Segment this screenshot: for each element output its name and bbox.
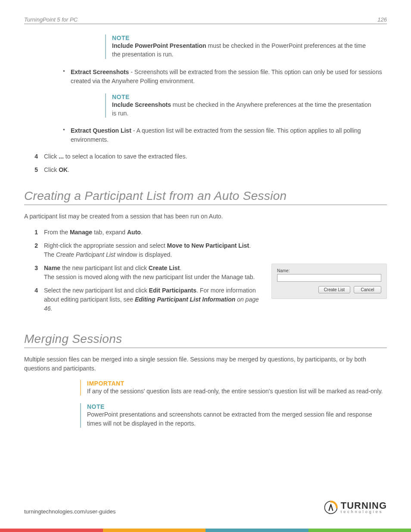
page-header: TurningPoint 5 for PC 126	[24, 16, 387, 24]
note-label: NOTE	[112, 34, 372, 41]
dialog-name-input[interactable]	[277, 274, 381, 282]
note-include-ppt: NOTE Include PowerPoint Presentation mus…	[105, 34, 372, 59]
dialog-name-label: Name:	[277, 268, 381, 273]
step-b1: 1 From the Manage tab, expand Auto.	[32, 228, 387, 237]
logo-main-text: TURNING	[341, 501, 387, 510]
turning-logo: TURNING technologies	[324, 500, 387, 515]
important-readonly: IMPORTANT If any of the sessions' questi…	[80, 380, 386, 395]
logo-sub-text: technologies	[341, 510, 387, 513]
heading-merging-sessions: Merging Sessions	[24, 332, 387, 348]
note-text: Include PowerPoint Presentation must be …	[112, 41, 372, 59]
note-include-screenshots: NOTE Include Screenshots must be checked…	[105, 93, 372, 118]
create-participant-list-dialog: Name: Create List Cancel	[271, 264, 387, 299]
bullet-extract-question-list: Extract Question List - A question list …	[63, 126, 387, 144]
turning-swirl-icon	[324, 500, 338, 515]
doc-title: TurningPoint 5 for PC	[24, 16, 78, 23]
step-b4: 4 Select the new participant list and cl…	[32, 286, 261, 313]
important-text: If any of the sessions' question lists a…	[87, 387, 386, 395]
note-label: NOTE	[112, 93, 372, 100]
heading-creating-participant-list: Creating a Participant List from an Auto…	[24, 189, 387, 205]
page-number: 126	[377, 16, 387, 23]
step-5-click-ok: 5 Click OK.	[32, 165, 387, 174]
page-footer: turningtechnologies.com/user-guides TURN…	[24, 500, 387, 515]
section1-intro: A participant list may be created from a…	[24, 212, 387, 221]
note-merge-limits: NOTE PowerPoint presentations and screen…	[80, 403, 386, 428]
footer-stripe	[0, 529, 411, 532]
note-text: Include Screenshots must be checked in t…	[112, 100, 372, 118]
cancel-button[interactable]: Cancel	[354, 286, 381, 293]
footer-url: turningtechnologies.com/user-guides	[24, 508, 115, 515]
create-list-button[interactable]: Create List	[318, 286, 350, 293]
note-text: PowerPoint presentations and screenshots…	[87, 410, 386, 428]
step-4-select-location: 4 Click ... to select a location to save…	[32, 152, 387, 161]
section2-intro: Multiple session files can be merged int…	[24, 355, 387, 373]
step-b3: 3 Name the new participant list and clic…	[32, 264, 261, 282]
bullet-extract-screenshots: Extract Screenshots - Screenshots will b…	[63, 68, 387, 86]
important-label: IMPORTANT	[87, 380, 386, 387]
note-label: NOTE	[87, 403, 386, 410]
step-b2: 2 Right-click the appropriate session an…	[32, 241, 387, 259]
